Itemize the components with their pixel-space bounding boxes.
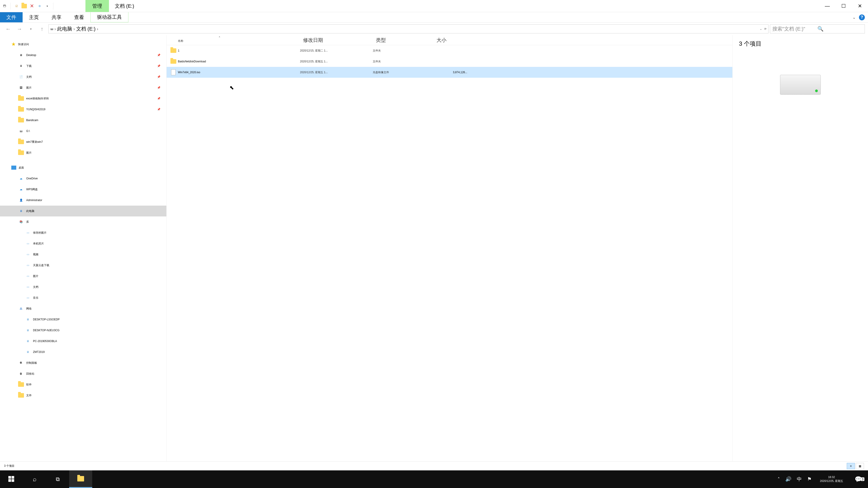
nav-up-button[interactable]: ↑ [37, 24, 47, 34]
close-button[interactable]: ✕ [852, 0, 868, 12]
pin-icon: 📌 [157, 54, 160, 57]
nav-quick-item[interactable]: win7重装win7 [0, 136, 166, 147]
chevron-right-icon[interactable]: › [55, 27, 56, 31]
ribbon-tab-file[interactable]: 文件 [0, 12, 23, 22]
nav-desktop[interactable]: 桌面 [0, 162, 166, 173]
qat-delete-icon[interactable]: ✕ [29, 3, 35, 9]
nav-control-panel[interactable]: 🛠 控制面板 [0, 357, 166, 368]
nav-library-item[interactable]: ▭图片 [0, 271, 166, 282]
nav-label: 下载 [26, 64, 32, 68]
column-header-date[interactable]: 修改日期 [300, 37, 373, 43]
nav-item-icon: 📄 [18, 74, 24, 80]
security-icon[interactable]: ⚑ [807, 476, 812, 482]
maximize-button[interactable]: ☐ [835, 0, 852, 12]
nav-network-item[interactable]: 🖥PC-20190530OBLA [0, 336, 166, 347]
nav-quick-item[interactable]: 🖥Desktop📌 [0, 50, 166, 61]
nav-network-item[interactable]: 🖥DESKTOP-NJEU3CG [0, 325, 166, 336]
ribbon-expand-icon[interactable]: ⌄ [852, 15, 856, 20]
address-dropdown-icon[interactable]: ⌄ [760, 27, 762, 31]
search-input[interactable]: 搜索"文档 (E:)" 🔍 [770, 24, 865, 33]
nav-library-item[interactable]: ▭视频 [0, 249, 166, 260]
nav-history-dropdown[interactable]: ▾ [26, 24, 36, 34]
ime-indicator[interactable]: 中 [797, 476, 802, 483]
start-button[interactable] [0, 470, 23, 488]
column-header-type[interactable]: 类型 [373, 37, 433, 43]
column-header-name[interactable]: 名称 ˄ [166, 37, 300, 43]
minimize-button[interactable]: — [819, 0, 835, 12]
ribbon-context-tab[interactable]: 管理 [86, 0, 109, 12]
nav-files[interactable]: 文件 [0, 390, 166, 401]
nav-library-item[interactable]: ▭文档 [0, 282, 166, 292]
file-row[interactable]: Win7x64_2020.iso2020/12/25, 星期五 1...光盘映像… [166, 67, 733, 78]
search-icon[interactable]: 🔍 [817, 26, 862, 32]
qat-settings-icon[interactable]: ⚙ [37, 3, 42, 9]
nav-network-item[interactable]: 🖥ZMT2019 [0, 347, 166, 357]
nav-item-icon: 🖥 [18, 52, 24, 58]
nav-quick-item[interactable]: 🖼图片📌 [0, 82, 166, 93]
nav-label: DESKTOP-LSSOEDP [33, 318, 60, 321]
action-center-button[interactable]: 💬 3 [851, 476, 865, 483]
search-button[interactable]: ⌕ [23, 470, 46, 488]
nav-quick-item[interactable]: ⬇下载📌 [0, 61, 166, 71]
nav-library-item[interactable]: ▭天翼云盘下载 [0, 260, 166, 271]
nav-quick-item[interactable]: 📄文档📌 [0, 71, 166, 82]
nav-quick-item[interactable]: 🖴G:\ [0, 126, 166, 136]
tray-overflow-icon[interactable]: ˄ [778, 477, 780, 482]
nav-label: 保存的图片 [33, 231, 46, 235]
volume-icon[interactable]: 🔊 [785, 476, 792, 482]
taskbar-explorer[interactable] [69, 470, 92, 488]
nav-libraries[interactable]: 📚 库 [0, 217, 166, 227]
qat-properties-icon[interactable]: ☑ [14, 3, 19, 9]
ribbon-tab-drive-tools[interactable]: 驱动器工具 [90, 12, 128, 22]
nav-quick-item[interactable]: 图片 [0, 147, 166, 158]
task-view-button[interactable]: ⧉ [46, 470, 69, 488]
pin-icon: 📌 [157, 97, 160, 100]
nav-wps[interactable]: ☁ WPS网盘 [0, 184, 166, 195]
qat-new-folder-icon[interactable] [22, 3, 27, 9]
nav-label: 文档 [33, 285, 38, 289]
nav-network[interactable]: 🖧 网络 [0, 303, 166, 314]
nav-quick-item[interactable]: Bandicam [0, 115, 166, 126]
nav-label: 快速访问 [18, 42, 29, 46]
breadcrumb-drive[interactable]: 文档 (E:) [76, 26, 96, 32]
address-box[interactable]: 🖴 › 此电脑 › 文档 (E:) › ⌄ ⟳ [49, 24, 769, 33]
column-header-size[interactable]: 大小 [433, 37, 472, 43]
file-name: 1 [178, 49, 300, 52]
help-icon[interactable]: ? [859, 14, 865, 20]
nav-recycle[interactable]: 🗑 回收站 [0, 368, 166, 379]
nav-onedrive[interactable]: ☁ OneDrive [0, 173, 166, 184]
nav-item-icon [18, 96, 24, 101]
search-placeholder: 搜索"文档 (E:)" [772, 26, 817, 32]
nav-network-item[interactable]: 🖥DESKTOP-LSSOEDP [0, 314, 166, 325]
svg-rect-1 [11, 476, 14, 479]
refresh-icon[interactable]: ⟳ [764, 27, 767, 31]
qat-dropdown-icon[interactable]: ▾ [44, 3, 50, 9]
nav-this-pc[interactable]: 🖥 此电脑 [0, 205, 166, 217]
ribbon-tab-share[interactable]: 共享 [45, 12, 68, 22]
nav-label: OneDrive [26, 177, 38, 180]
nav-library-item[interactable]: ▭本机照片 [0, 238, 166, 249]
nav-quick-access[interactable]: ★ 快速访问 [0, 39, 166, 50]
chevron-right-icon[interactable]: › [97, 27, 98, 31]
breadcrumb-this-pc[interactable]: 此电脑 [57, 26, 72, 32]
nav-item-icon [18, 106, 24, 112]
nav-forward-button[interactable]: → [14, 24, 24, 34]
file-row[interactable]: BaiduNetdiskDownload2020/12/25, 星期五 1...… [166, 56, 733, 67]
chevron-right-icon[interactable]: › [73, 27, 75, 31]
nav-quick-item[interactable]: excel表格制作求和📌 [0, 93, 166, 104]
nav-software[interactable]: 软件 [0, 379, 166, 390]
nav-user[interactable]: 👤 Administrator [0, 195, 166, 205]
view-thumbnails-button[interactable]: ▦ [856, 463, 864, 469]
computer-icon: 🖥 [25, 327, 31, 333]
view-details-button[interactable]: ≡ [847, 463, 855, 469]
ribbon-tab-home[interactable]: 主页 [23, 12, 45, 22]
file-row[interactable]: 12020/12/15, 星期二 1...文件夹 [166, 45, 733, 56]
app-icon: 🗔 [2, 3, 7, 9]
ribbon-tab-view[interactable]: 查看 [68, 12, 90, 22]
nav-library-item[interactable]: ▭保存的图片 [0, 227, 166, 238]
nav-library-item[interactable]: ▭音乐 [0, 292, 166, 303]
nav-label: 软件 [26, 383, 32, 387]
nav-back-button[interactable]: ← [3, 24, 13, 34]
nav-quick-item[interactable]: YUNQISHI2019📌 [0, 104, 166, 115]
taskbar-clock[interactable]: 16:32 2020/12/25, 星期五 [817, 475, 846, 483]
